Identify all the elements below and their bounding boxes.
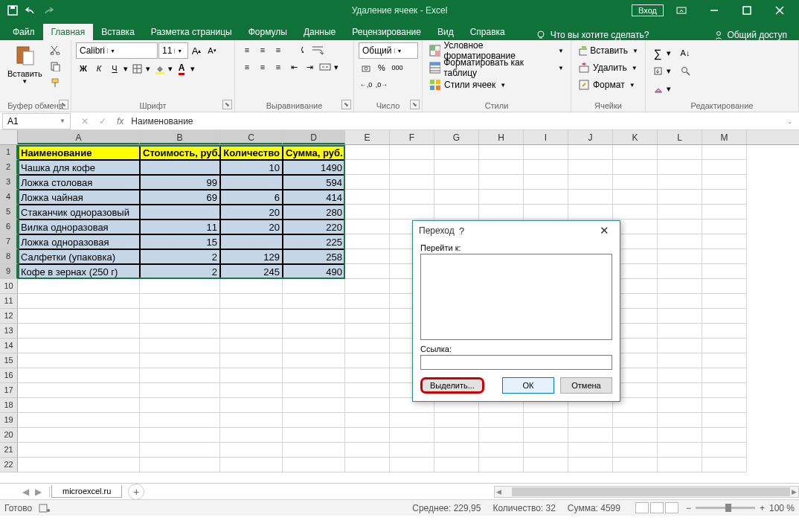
row-header[interactable]: 9 xyxy=(0,264,18,279)
special-button[interactable]: Выделить... xyxy=(420,377,484,394)
cell[interactable]: 594 xyxy=(283,175,345,190)
cell[interactable] xyxy=(568,190,613,205)
cancel-button[interactable]: Отмена xyxy=(560,377,612,394)
increase-font-icon[interactable]: A▴ xyxy=(189,43,204,58)
bold-button[interactable]: Ж xyxy=(76,61,91,76)
cell[interactable] xyxy=(220,309,283,324)
view-buttons[interactable] xyxy=(635,502,678,513)
cell[interactable] xyxy=(220,175,283,190)
new-sheet-button[interactable]: + xyxy=(128,484,144,500)
cell[interactable] xyxy=(18,443,140,458)
cell[interactable] xyxy=(140,398,220,413)
cell[interactable] xyxy=(702,279,747,294)
cell[interactable] xyxy=(283,458,345,472)
cell[interactable] xyxy=(283,324,345,339)
cell[interactable] xyxy=(658,145,702,160)
cell[interactable] xyxy=(524,145,568,160)
align-bottom-icon[interactable]: ≡ xyxy=(271,42,286,57)
cut-icon[interactable] xyxy=(48,42,62,57)
align-left-icon[interactable]: ≡ xyxy=(240,60,254,74)
cell[interactable] xyxy=(568,160,613,175)
cell[interactable] xyxy=(140,413,220,428)
align-top-icon[interactable]: ≡ xyxy=(240,42,254,57)
cell[interactable] xyxy=(140,428,220,443)
format-cells-button[interactable]: Формат▼ xyxy=(576,77,641,93)
cell[interactable] xyxy=(702,324,747,339)
row-header[interactable]: 12 xyxy=(0,309,18,324)
cell[interactable] xyxy=(658,249,702,264)
cell[interactable] xyxy=(390,205,434,219)
cell[interactable] xyxy=(390,145,434,160)
cell[interactable] xyxy=(345,368,390,383)
worksheet-grid[interactable]: ABCDEFGHIJKLM 1НаименованиеСтоимость, ру… xyxy=(0,130,799,483)
sheet-tab[interactable]: microexcel.ru xyxy=(51,485,122,498)
cell[interactable] xyxy=(283,368,345,383)
select-all-triangle[interactable] xyxy=(0,130,18,144)
cell[interactable] xyxy=(702,190,747,205)
column-header[interactable]: L xyxy=(658,130,702,144)
redo-icon[interactable] xyxy=(40,2,57,19)
cell[interactable] xyxy=(479,413,524,428)
cell[interactable] xyxy=(658,190,702,205)
cell[interactable]: 99 xyxy=(140,175,220,190)
cell[interactable] xyxy=(658,294,702,309)
cell[interactable] xyxy=(702,264,747,279)
cell[interactable] xyxy=(345,324,390,339)
cell[interactable] xyxy=(345,145,390,160)
cell[interactable] xyxy=(140,368,220,383)
cell[interactable] xyxy=(658,353,702,368)
decrease-font-icon[interactable]: A▾ xyxy=(205,43,219,58)
cell[interactable] xyxy=(524,413,568,428)
cell[interactable] xyxy=(220,428,283,443)
cell[interactable] xyxy=(345,413,390,428)
percent-icon[interactable]: % xyxy=(374,60,389,75)
cell[interactable] xyxy=(658,428,702,443)
column-header[interactable]: F xyxy=(390,130,434,144)
share-button[interactable]: Общий доступ xyxy=(713,30,787,40)
cell[interactable] xyxy=(283,443,345,458)
find-select-icon[interactable] xyxy=(678,63,693,78)
cell[interactable]: 2 xyxy=(140,264,220,279)
copy-icon[interactable] xyxy=(48,59,62,74)
ribbon-options-icon[interactable] xyxy=(667,0,696,21)
cell[interactable]: 11 xyxy=(140,219,220,234)
cell[interactable] xyxy=(345,309,390,324)
dialog-help-icon[interactable]: ? xyxy=(455,225,469,237)
cell[interactable] xyxy=(434,190,479,205)
cell[interactable] xyxy=(18,279,140,294)
close-icon[interactable] xyxy=(765,0,795,21)
cell[interactable] xyxy=(479,175,524,190)
cell[interactable] xyxy=(18,309,140,324)
dialog-close-icon[interactable]: ✕ xyxy=(594,224,614,237)
cell[interactable] xyxy=(18,383,140,398)
cell[interactable] xyxy=(702,458,747,472)
row-header[interactable]: 1 xyxy=(0,145,18,160)
alignment-dialog-launcher[interactable]: ⬊ xyxy=(341,100,351,109)
cell[interactable]: 6 xyxy=(220,190,283,205)
cell[interactable] xyxy=(140,383,220,398)
cell[interactable] xyxy=(434,160,479,175)
cell[interactable] xyxy=(658,205,702,219)
cell[interactable] xyxy=(524,175,568,190)
cell[interactable] xyxy=(702,219,747,234)
maximize-icon[interactable] xyxy=(732,0,762,21)
cell[interactable] xyxy=(702,205,747,219)
reference-input[interactable] xyxy=(420,355,612,370)
save-icon[interactable] xyxy=(4,2,21,19)
borders-button[interactable] xyxy=(129,61,144,76)
font-size-combo[interactable]: 11▼ xyxy=(158,42,188,59)
enter-formula-icon[interactable]: ✓ xyxy=(99,116,106,126)
comma-icon[interactable]: 000 xyxy=(390,60,405,75)
column-header[interactable]: H xyxy=(479,130,524,144)
cell[interactable] xyxy=(390,443,434,458)
macro-record-icon[interactable] xyxy=(38,504,51,513)
ok-button[interactable]: ОК xyxy=(502,377,554,394)
cell[interactable] xyxy=(658,264,702,279)
cell[interactable] xyxy=(140,294,220,309)
cell[interactable] xyxy=(345,353,390,368)
cell[interactable] xyxy=(140,353,220,368)
cell[interactable] xyxy=(18,413,140,428)
cell[interactable] xyxy=(658,219,702,234)
cell[interactable] xyxy=(283,279,345,294)
row-header[interactable]: 6 xyxy=(0,219,18,234)
